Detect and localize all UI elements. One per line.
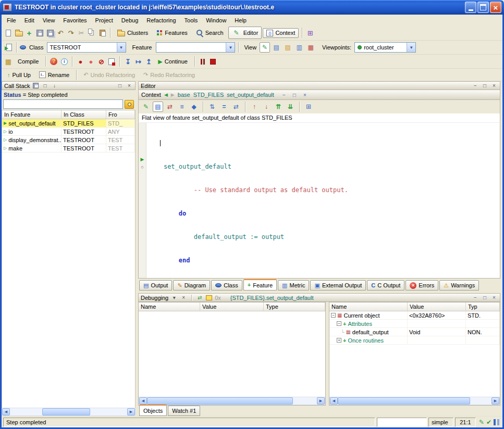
scroll-right-icon[interactable] bbox=[127, 408, 135, 415]
scroll-thumb[interactable] bbox=[42, 408, 90, 415]
pick-and-drop-hole-icon[interactable] bbox=[125, 100, 134, 109]
ancestors-icon[interactable]: ↑ bbox=[249, 102, 260, 112]
editor-toggle-button[interactable]: ✎Editor bbox=[228, 27, 262, 39]
view-interface-button[interactable]: ▥ bbox=[294, 42, 304, 53]
add-icon[interactable]: + bbox=[24, 28, 34, 37]
debug-run-icon[interactable] bbox=[49, 57, 58, 66]
cut-icon[interactable]: ✂ bbox=[77, 28, 86, 37]
close-panel-icon[interactable]: × bbox=[301, 92, 309, 98]
collapse-icon[interactable] bbox=[337, 321, 341, 326]
maximize-panel-icon[interactable]: □ bbox=[291, 92, 298, 98]
breakpoints-remove-icon[interactable]: ⊘ bbox=[96, 57, 106, 66]
watch-table-body[interactable] bbox=[139, 311, 325, 397]
tab-external-output[interactable]: ▣External Output bbox=[310, 280, 366, 291]
editor-gutter[interactable] bbox=[139, 123, 146, 278]
scroll-left-icon[interactable] bbox=[2, 408, 10, 415]
call-stack-hscrollbar[interactable] bbox=[2, 408, 136, 416]
expand-icon[interactable] bbox=[337, 338, 341, 343]
save-icon[interactable] bbox=[35, 28, 44, 37]
tab-c-output[interactable]: C Output bbox=[367, 280, 404, 291]
aggregate-descendants-icon[interactable]: ⇊ bbox=[285, 102, 296, 112]
import-stack-icon[interactable]: ↓ bbox=[51, 82, 58, 89]
call-stack-row[interactable]: ▷make TESTROOT TEST bbox=[2, 144, 135, 153]
menu-favorites[interactable]: Favorites bbox=[59, 16, 91, 25]
menu-window[interactable]: Window bbox=[202, 16, 230, 25]
open-file-icon[interactable] bbox=[14, 28, 23, 37]
scroll-right-icon[interactable] bbox=[491, 397, 499, 405]
chevron-down-icon[interactable] bbox=[117, 43, 126, 52]
clusters-button[interactable]: Clusters bbox=[114, 28, 152, 38]
new-file-icon[interactable] bbox=[4, 28, 13, 37]
diagram-tool-icon[interactable]: ⊞ bbox=[305, 28, 315, 37]
scroll-left-icon[interactable] bbox=[139, 397, 147, 405]
object-row[interactable]: Attributes bbox=[329, 320, 500, 328]
call-stack-row[interactable]: ▷display_demonstrat... TESTROOT TEST bbox=[2, 136, 135, 144]
assigners-icon[interactable]: = bbox=[219, 102, 229, 112]
scroll-left-icon[interactable] bbox=[330, 397, 338, 405]
menu-debug[interactable]: Debug bbox=[117, 16, 142, 25]
stop-application-icon[interactable] bbox=[107, 57, 116, 66]
save-call-stack-icon[interactable] bbox=[32, 82, 40, 90]
menu-edit[interactable]: Edit bbox=[20, 16, 39, 25]
menu-view[interactable]: View bbox=[39, 16, 59, 25]
search-button[interactable]: Search bbox=[192, 28, 227, 38]
exchange-icon[interactable]: ⇄ bbox=[196, 294, 203, 301]
close-panel-icon[interactable]: × bbox=[490, 82, 498, 89]
debugging-title[interactable]: Debugging bbox=[141, 295, 168, 301]
homonyms-view-icon[interactable]: ◆ bbox=[189, 102, 199, 112]
column-from[interactable]: Fro bbox=[106, 110, 135, 119]
tab-warnings[interactable]: ⚠Warnings bbox=[439, 280, 479, 291]
stop-icon[interactable] bbox=[208, 57, 218, 66]
breadcrumb-class[interactable]: STD_FILES bbox=[193, 92, 224, 98]
view-flat-button[interactable]: ▤ bbox=[271, 42, 281, 53]
tab-watch-1[interactable]: Watch #1 bbox=[168, 406, 200, 416]
tab-output[interactable]: ▤Output bbox=[139, 280, 172, 291]
pull-up-button[interactable]: ↑Pull Up bbox=[4, 70, 34, 80]
call-stack-row[interactable]: ▷io TESTROOT ANY bbox=[2, 128, 135, 136]
scroll-right-icon[interactable] bbox=[317, 397, 325, 405]
close-panel-icon[interactable]: × bbox=[490, 294, 498, 301]
watch-hscrollbar[interactable] bbox=[139, 397, 325, 405]
undo-icon[interactable]: ↶ bbox=[56, 28, 65, 37]
redo-icon[interactable]: ↷ bbox=[66, 28, 76, 37]
class-combo[interactable]: TESTROOT bbox=[47, 42, 126, 53]
step-into-icon[interactable]: ↧ bbox=[123, 57, 132, 66]
menu-file[interactable]: File bbox=[3, 16, 20, 25]
minimize-button[interactable] bbox=[465, 2, 476, 13]
pause-icon[interactable] bbox=[198, 57, 207, 66]
column-value[interactable]: Value bbox=[408, 302, 466, 311]
class-relations-icon[interactable]: ⊞ bbox=[303, 102, 314, 112]
comment-icon[interactable] bbox=[205, 294, 213, 301]
menu-tools[interactable]: Tools bbox=[180, 16, 202, 25]
code-editor[interactable]: set_output_default -- Use standard outpu… bbox=[146, 123, 500, 278]
result-view-icon[interactable]: ≡ bbox=[177, 102, 187, 112]
close-panel-icon[interactable]: × bbox=[126, 82, 133, 89]
object-row[interactable]: default_output Void NON. bbox=[329, 328, 500, 336]
copy-icon[interactable] bbox=[87, 28, 96, 37]
tab-feature[interactable]: +Feature bbox=[243, 279, 277, 291]
chevron-down-icon[interactable]: ▾ bbox=[170, 294, 178, 301]
undo-refactoring-button[interactable]: ↶Undo Refactoring bbox=[80, 70, 139, 80]
column-value[interactable]: Value bbox=[200, 302, 264, 311]
close-button[interactable] bbox=[490, 2, 501, 13]
breakpoint-disable-icon[interactable]: ● bbox=[86, 57, 95, 66]
tab-metric[interactable]: ▥Metric bbox=[278, 280, 309, 291]
maximize-panel-icon[interactable]: □ bbox=[481, 294, 488, 301]
column-type[interactable]: Type bbox=[264, 302, 325, 311]
step-over-icon[interactable]: ↦ bbox=[133, 57, 143, 66]
maximize-panel-icon[interactable]: □ bbox=[116, 82, 124, 89]
paste-icon[interactable] bbox=[97, 28, 107, 37]
chevron-down-icon[interactable] bbox=[407, 43, 415, 52]
menu-help[interactable]: Help bbox=[230, 16, 251, 25]
history-back-icon[interactable] bbox=[164, 92, 168, 97]
menu-refactoring[interactable]: Refactoring bbox=[142, 16, 180, 25]
collapse-icon[interactable] bbox=[331, 313, 336, 318]
object-row[interactable]: Current object <0x32A8760> STD. bbox=[329, 311, 500, 320]
view-editor-button[interactable]: ✎ bbox=[260, 42, 270, 53]
scroll-thumb[interactable] bbox=[338, 397, 470, 405]
flat-view-icon[interactable]: ▤ bbox=[153, 102, 163, 112]
feature-combo[interactable] bbox=[156, 42, 235, 53]
breadcrumb-feature[interactable]: set_output_default bbox=[227, 92, 274, 98]
column-name[interactable]: Name bbox=[329, 302, 408, 311]
tab-class[interactable]: Class bbox=[211, 280, 242, 291]
